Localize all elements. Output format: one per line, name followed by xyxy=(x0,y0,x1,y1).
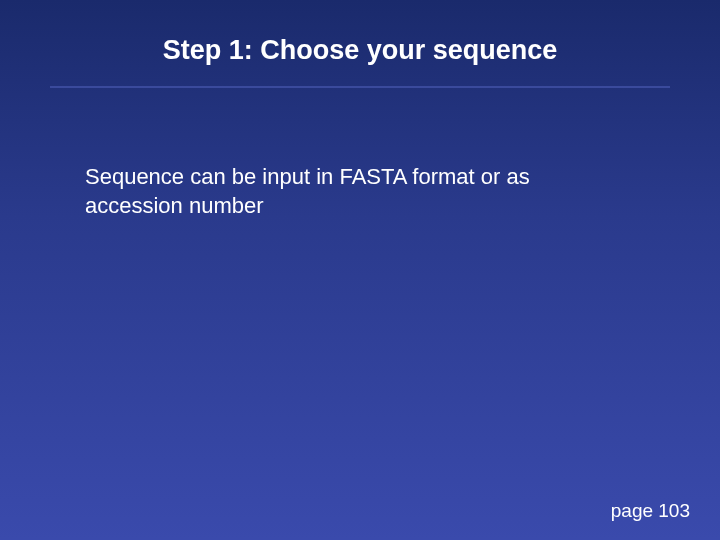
slide-body-text: Sequence can be input in FASTA format or… xyxy=(0,88,720,220)
page-number: page 103 xyxy=(611,500,690,522)
slide-title: Step 1: Choose your sequence xyxy=(0,0,720,66)
